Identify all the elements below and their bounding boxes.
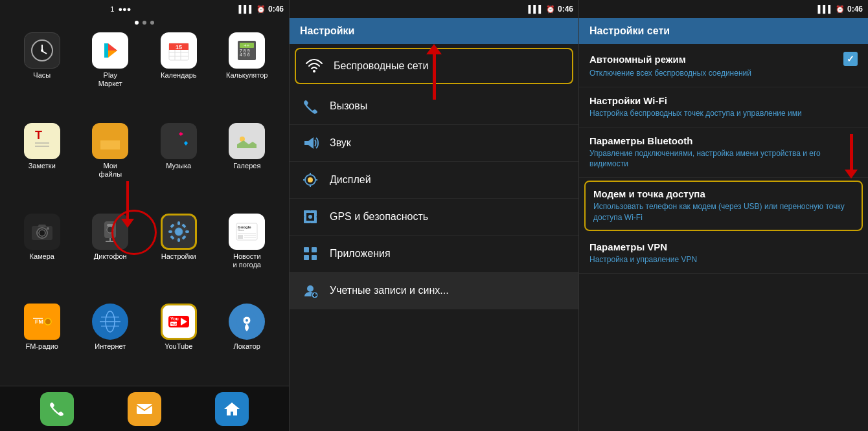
svg-point-32 <box>47 227 49 230</box>
dock-phone[interactable] <box>40 392 74 426</box>
svg-point-71 <box>246 319 248 322</box>
svg-marker-6 <box>108 43 117 50</box>
app-calc-icon: +÷ 7 8 9 4 5 6 <box>229 32 265 69</box>
vpn-desc: Настройка и управление VPN <box>589 254 858 265</box>
app-news-label: Новостии погода <box>233 252 261 269</box>
app-calendar[interactable]: 15 Календарь <box>147 32 211 118</box>
settings-sound[interactable]: Звук <box>290 125 578 162</box>
status-bar-1: 1 ●●● ▌▌▌ ⏰ 0:46 <box>0 0 289 18</box>
app-clock-icon <box>24 32 60 69</box>
vpn-title: Параметры VPN <box>589 241 858 252</box>
modem-title: Модем и точка доступа <box>593 188 854 199</box>
network-autonomous[interactable]: Автономный режим ✓ Отключение всех беспр… <box>579 44 868 87</box>
display-icon <box>300 170 321 190</box>
svg-point-73 <box>313 70 315 72</box>
svg-rect-42 <box>168 230 172 233</box>
network-vpn[interactable]: Параметры VPN Настройка и управление VPN <box>579 234 868 274</box>
dot-2 <box>143 21 146 25</box>
svg-text:+÷: +÷ <box>244 43 250 49</box>
app-calc-label: Калькулятор <box>226 71 268 80</box>
network-status-bar: ▌▌▌ ⏰ 0:46 <box>579 0 868 18</box>
settings-accounts[interactable]: Учетные записи и синх... <box>290 272 578 309</box>
app-music[interactable]: Музыка <box>147 123 211 208</box>
app-settings-label: Настройки <box>161 252 196 261</box>
apps-label: Приложения <box>330 248 391 260</box>
settings-title: Настройки <box>300 25 354 37</box>
app-locator-icon <box>229 304 265 340</box>
svg-text:T: T <box>35 129 42 142</box>
autonomous-checkbox[interactable]: ✓ <box>843 52 858 66</box>
svg-text:Tube: Tube <box>171 322 181 326</box>
network-alarm: ⏰ <box>836 5 845 14</box>
gps-label: GPS и безопасность <box>330 211 428 223</box>
accounts-label: Учетные записи и синх... <box>330 285 449 296</box>
app-play[interactable]: PlayМаркет <box>79 32 143 118</box>
alarm-icon: ⏰ <box>257 5 266 14</box>
settings-calls[interactable]: Вызовы <box>290 88 578 125</box>
svg-rect-88 <box>304 247 309 252</box>
dock-mail[interactable] <box>128 392 161 426</box>
app-calendar-icon: 15 <box>161 32 197 69</box>
settings-list: Беспроводные сети Вызовы Звук <box>290 44 578 431</box>
app-files[interactable]: Моифайлы <box>79 123 143 208</box>
wireless-icon <box>304 56 325 76</box>
app-files-icon <box>92 123 128 159</box>
sound-label: Звук <box>330 137 351 149</box>
autonomous-title: Автономный режим ✓ <box>589 52 858 66</box>
app-calendar-label: Календарь <box>161 71 197 80</box>
app-radio[interactable]: FM FM-радио <box>10 304 74 381</box>
accounts-icon <box>300 280 321 301</box>
svg-point-34 <box>107 227 113 233</box>
svg-rect-52 <box>238 235 243 239</box>
settings-wireless[interactable]: Беспроводные сети <box>295 48 573 84</box>
app-clock[interactable]: Часы <box>10 32 74 118</box>
app-news[interactable]: Google News Новостии погода <box>216 214 279 299</box>
gps-icon <box>300 206 321 227</box>
svg-point-77 <box>308 177 313 182</box>
svg-rect-41 <box>177 238 180 242</box>
app-youtube[interactable]: You Tube YouTube <box>147 304 211 381</box>
svg-point-31 <box>39 230 45 236</box>
app-music-label: Музыка <box>166 162 191 170</box>
app-calculator[interactable]: +÷ 7 8 9 4 5 6 Калькулятор <box>216 32 279 118</box>
app-dictaphone-label: Диктофон <box>94 252 127 261</box>
modem-desc: Использовать телефон как модем (через US… <box>593 201 854 223</box>
app-gallery-icon <box>229 123 265 159</box>
status-bar-left: 1 ●●● <box>5 5 236 13</box>
app-camera-icon <box>24 214 60 250</box>
app-radio-label: FM-радио <box>26 342 58 351</box>
network-panel: ▌▌▌ ⏰ 0:46 Настройки сети Автономный реж… <box>579 0 868 431</box>
autonomous-desc: Отключение всех беспроводных соединений <box>589 68 858 79</box>
network-list: Автономный режим ✓ Отключение всех беспр… <box>579 44 868 431</box>
settings-apps[interactable]: Приложения <box>290 236 578 272</box>
svg-rect-90 <box>304 255 309 260</box>
network-wifi[interactable]: Настройки Wi-Fi Настройка беспроводных т… <box>579 87 868 127</box>
wifi-desc: Настройка беспроводных точек доступа и у… <box>589 108 858 119</box>
network-modem[interactable]: Модем и точка доступа Использовать телеф… <box>584 181 863 231</box>
svg-rect-74 <box>304 141 308 145</box>
settings-display[interactable]: Дисплей <box>290 162 578 199</box>
svg-rect-40 <box>177 221 180 225</box>
svg-point-3 <box>41 49 43 52</box>
app-camera[interactable]: Камера <box>10 214 74 299</box>
dot-3 <box>150 21 154 25</box>
svg-point-57 <box>45 318 51 325</box>
calls-icon <box>300 96 321 116</box>
app-gallery[interactable]: Галерея <box>216 123 279 208</box>
network-bluetooth[interactable]: Параметры Bluetooth Управление подключен… <box>579 127 868 179</box>
dock-home[interactable] <box>215 392 249 426</box>
app-youtube-label: YouTube <box>165 342 192 351</box>
settings-panel: ▌▌▌ ⏰ 0:46 Настройки Беспроводные се <box>290 0 579 431</box>
app-notes[interactable]: T Заметки <box>10 123 74 208</box>
app-internet[interactable]: Интернет <box>79 304 143 381</box>
signal-bars-icon: ▌▌▌ <box>239 5 254 13</box>
svg-text:News: News <box>238 228 244 232</box>
app-locator[interactable]: Локатор <box>216 304 279 381</box>
svg-point-87 <box>308 215 312 219</box>
display-label: Дисплей <box>330 174 371 186</box>
settings-gps[interactable]: GPS и безопасность <box>290 199 578 236</box>
notification-badge: 1 <box>110 5 114 13</box>
settings-time: 0:46 <box>558 5 573 14</box>
dot-1 <box>135 21 139 25</box>
app-settings[interactable]: Настройки <box>147 214 211 299</box>
